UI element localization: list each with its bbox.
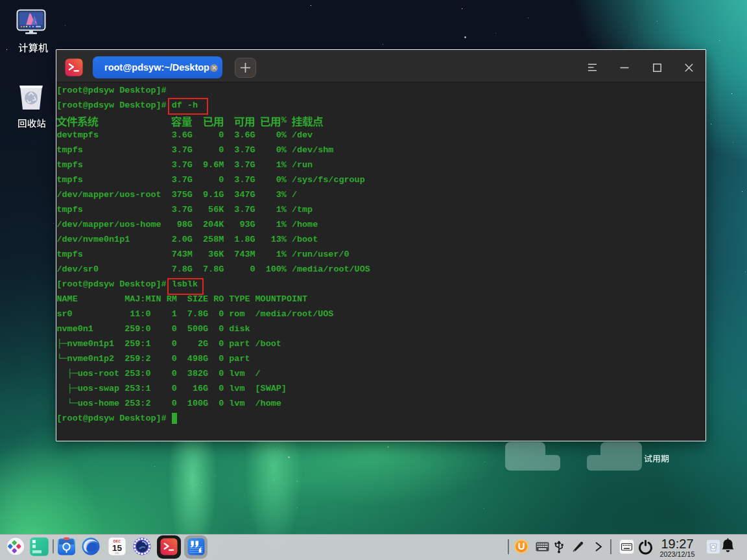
svg-text:FRI: FRI — [115, 552, 119, 555]
